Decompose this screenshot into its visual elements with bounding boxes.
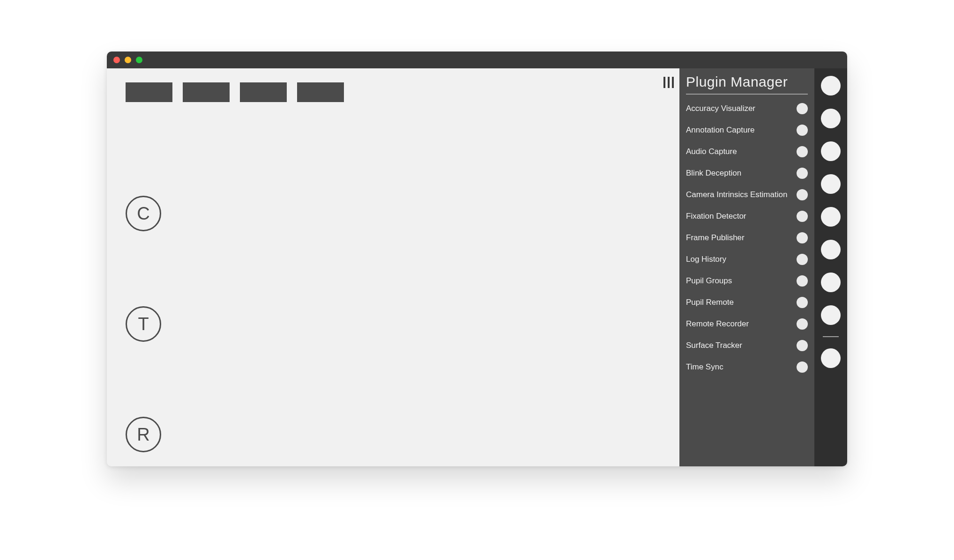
plugin-label: Remote Recorder — [686, 319, 749, 329]
plugin-toggle-icon[interactable] — [797, 297, 808, 308]
plugin-row-pupil-remote[interactable]: Pupil Remote — [686, 297, 808, 308]
plugin-toggle-icon[interactable] — [797, 275, 808, 287]
plugin-toggle-icon[interactable] — [797, 254, 808, 265]
plugin-row-audio-capture[interactable]: Audio Capture — [686, 146, 808, 157]
plugin-row-remote-recorder[interactable]: Remote Recorder — [686, 318, 808, 330]
plugin-toggle-icon[interactable] — [797, 125, 808, 136]
plugin-toggle-icon[interactable] — [797, 168, 808, 179]
mode-buttons: C T R — [126, 158, 661, 452]
plugin-toggle-icon[interactable] — [797, 211, 808, 222]
iconbar-button-4[interactable] — [821, 174, 841, 194]
plugin-label: Annotation Capture — [686, 125, 755, 135]
plugin-label: Log History — [686, 255, 726, 264]
plugin-toggle-icon[interactable] — [797, 361, 808, 373]
right-iconbar — [814, 68, 847, 466]
iconbar-button-6[interactable] — [821, 240, 841, 259]
window-body: C T R Plugin Manager Accuracy Visualizer… — [107, 68, 847, 466]
toolbar-block-1[interactable] — [126, 82, 172, 102]
main-canvas: C T R — [107, 68, 679, 466]
plugin-list: Accuracy VisualizerAnnotation CaptureAud… — [686, 103, 808, 373]
plugin-manager-title: Plugin Manager — [686, 74, 808, 95]
plugin-toggle-icon[interactable] — [797, 340, 808, 351]
plugin-manager-panel: Plugin Manager Accuracy VisualizerAnnota… — [679, 68, 814, 466]
iconbar-separator — [823, 336, 839, 337]
plugin-row-fixation-detector[interactable]: Fixation Detector — [686, 211, 808, 222]
plugin-toggle-icon[interactable] — [797, 318, 808, 330]
iconbar-button-7[interactable] — [821, 273, 841, 292]
iconbar-button-5[interactable] — [821, 207, 841, 227]
window-maximize-button[interactable] — [136, 57, 142, 63]
calibrate-button[interactable]: C — [126, 196, 161, 231]
iconbar-button-9[interactable] — [821, 348, 841, 368]
plugin-row-pupil-groups[interactable]: Pupil Groups — [686, 275, 808, 287]
plugin-row-time-sync[interactable]: Time Sync — [686, 361, 808, 373]
plugin-toggle-icon[interactable] — [797, 232, 808, 243]
window-minimize-button[interactable] — [125, 57, 131, 63]
window-close-button[interactable] — [113, 57, 120, 63]
plugin-label: Surface Tracker — [686, 341, 742, 350]
panel-drag-handle-icon[interactable] — [663, 77, 674, 88]
plugin-label: Blink Deception — [686, 169, 741, 178]
toolbar-block-4[interactable] — [297, 82, 344, 102]
plugin-toggle-icon[interactable] — [797, 103, 808, 114]
plugin-row-frame-publisher[interactable]: Frame Publisher — [686, 232, 808, 243]
plugin-label: Frame Publisher — [686, 233, 745, 243]
plugin-toggle-icon[interactable] — [797, 189, 808, 200]
plugin-label: Pupil Remote — [686, 298, 734, 307]
toolbar-block-3[interactable] — [240, 82, 287, 102]
record-button[interactable]: R — [126, 417, 161, 452]
iconbar-button-1[interactable] — [821, 76, 841, 96]
test-button[interactable]: T — [126, 306, 161, 342]
iconbar-button-8[interactable] — [821, 305, 841, 325]
plugin-row-log-history[interactable]: Log History — [686, 254, 808, 265]
plugin-toggle-icon[interactable] — [797, 146, 808, 157]
plugin-label: Accuracy Visualizer — [686, 104, 755, 113]
plugin-row-blink-deception[interactable]: Blink Deception — [686, 168, 808, 179]
titlebar — [107, 52, 847, 68]
plugin-label: Fixation Detector — [686, 212, 746, 221]
app-window: C T R Plugin Manager Accuracy Visualizer… — [107, 52, 847, 466]
plugin-label: Camera Intrinsics Estimation — [686, 190, 787, 199]
toolbar-block-2[interactable] — [183, 82, 230, 102]
plugin-row-annotation-capture[interactable]: Annotation Capture — [686, 125, 808, 136]
plugin-row-camera-intrinsics-estimation[interactable]: Camera Intrinsics Estimation — [686, 189, 808, 200]
iconbar-button-2[interactable] — [821, 109, 841, 128]
plugin-label: Pupil Groups — [686, 276, 732, 286]
plugin-row-accuracy-visualizer[interactable]: Accuracy Visualizer — [686, 103, 808, 114]
plugin-label: Audio Capture — [686, 147, 737, 156]
plugin-row-surface-tracker[interactable]: Surface Tracker — [686, 340, 808, 351]
top-toolbar — [126, 82, 661, 102]
plugin-label: Time Sync — [686, 362, 723, 372]
iconbar-button-3[interactable] — [821, 141, 841, 161]
